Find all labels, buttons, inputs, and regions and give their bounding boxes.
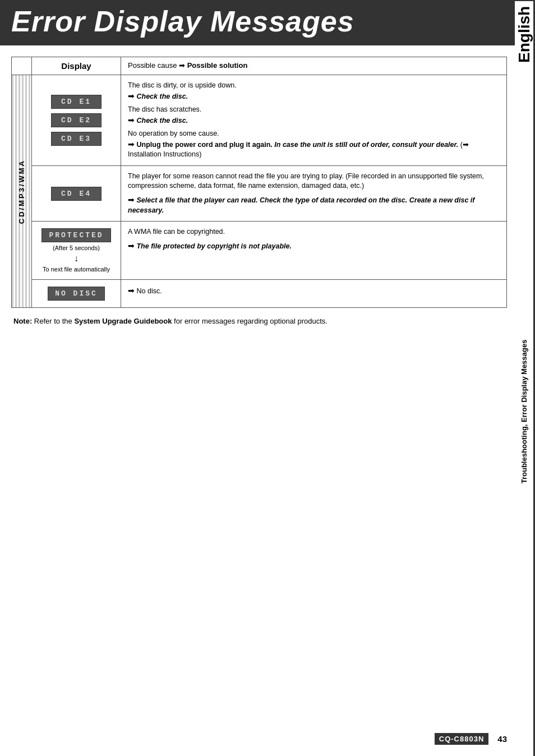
- cause-e3: No operation by some cause.: [128, 129, 500, 139]
- cause-protected: A WMA file can be copyrighted.: [128, 227, 500, 237]
- lcd-badge-cde2: CD E2: [51, 113, 102, 127]
- error-table: Display Possible cause ➡ Possible soluti…: [11, 57, 507, 308]
- note-prefix: Note:: [13, 317, 32, 325]
- arrow-protected: ➡: [128, 241, 135, 250]
- lcd-badge-protected: PROTECTED: [41, 228, 110, 242]
- header-display-col: Display: [32, 57, 121, 75]
- arrow-e3: ➡: [128, 140, 135, 149]
- lcd-badge-cde3: CD E3: [51, 132, 102, 146]
- right-sidebar: English Troubleshooting, Error Display M…: [515, 0, 535, 756]
- table-body: CD/MP3/WMA CD E1 CD E2 CD E3: [12, 75, 506, 307]
- solution-cell-cde4: The player for some reason cannot read t…: [121, 166, 506, 221]
- after-seconds-text: (After 5 seconds): [53, 245, 100, 251]
- category-column: CD/MP3/WMA: [12, 75, 32, 307]
- display-cell-protected: PROTECTED (After 5 seconds) ↓ To next fi…: [32, 222, 121, 279]
- lcd-badge-cde1: CD E1: [51, 95, 102, 109]
- english-label: English: [515, 0, 535, 67]
- header-spacer: [12, 57, 32, 75]
- main-content: Display Possible cause ➡ Possible soluti…: [11, 57, 507, 325]
- cause-nodisc: No disc.: [136, 287, 162, 295]
- arrow-e2: ➡: [128, 116, 135, 125]
- note-guidebook: System Upgrade Guidebook: [74, 317, 172, 325]
- error-row-cde4: CD E4 The player for some reason cannot …: [32, 166, 506, 222]
- solution-e2-text: ➡ Check the disc.: [128, 115, 500, 126]
- cause-cde4: The player for some reason cannot read t…: [128, 172, 500, 191]
- solution-e1: The disc is dirty, or is upside down. ➡ …: [128, 81, 500, 102]
- down-arrow-icon: ↓: [74, 253, 79, 264]
- rows-container: CD E1 CD E2 CD E3 The disc is dirty, or …: [32, 75, 506, 307]
- page-number: 43: [497, 734, 507, 744]
- lcd-badge-cde4: CD E4: [51, 187, 102, 201]
- page-footer: CQ-C8803N 43: [435, 733, 507, 745]
- solution-cell-group1: The disc is dirty, or is upside down. ➡ …: [121, 75, 506, 165]
- solution-cell-nodisc: ➡ No disc.: [121, 280, 506, 307]
- display-cell-group1: CD E1 CD E2 CD E3: [32, 75, 121, 165]
- protected-container: PROTECTED (After 5 seconds) ↓ To next fi…: [41, 228, 110, 273]
- next-file-text: To next file automatically: [43, 266, 110, 273]
- cause-e1: The disc is dirty, or is upside down.: [128, 81, 500, 91]
- category-label: CD/MP3/WMA: [17, 159, 26, 224]
- cause-label: Possible cause: [128, 61, 177, 70]
- solution-cde4-text: ➡ Select a file that the player can read…: [128, 195, 500, 215]
- solution-label: Possible solution: [187, 61, 248, 70]
- lcd-badge-nodisc: NO DISC: [48, 287, 105, 301]
- solution-e1-text: ➡ Check the disc.: [128, 91, 500, 102]
- header-solution-col: Possible cause ➡ Possible solution: [121, 57, 506, 75]
- error-row-protected: PROTECTED (After 5 seconds) ↓ To next fi…: [32, 222, 506, 280]
- solution-e3-text: ➡ Unplug the power cord and plug it agai…: [128, 139, 500, 160]
- error-row-group1: CD E1 CD E2 CD E3 The disc is dirty, or …: [32, 75, 506, 166]
- cause-e2: The disc has scratches.: [128, 105, 500, 115]
- solution-protected-text: ➡ The file protected by copyright is not…: [128, 241, 500, 252]
- arrow-cde4: ➡: [128, 195, 135, 204]
- note-intro: Refer to the: [34, 317, 75, 325]
- note-suffix-text: for error messages regarding optional pr…: [174, 317, 328, 325]
- page-title: Error Display Messages: [11, 6, 524, 38]
- display-cell-cde4: CD E4: [32, 166, 121, 221]
- solution-e2: The disc has scratches. ➡ Check the disc…: [128, 105, 500, 126]
- arrow-e1: ➡: [128, 91, 135, 100]
- solution-cell-protected: A WMA file can be copyrighted. ➡ The fil…: [121, 222, 506, 279]
- error-row-nodisc: NO DISC ➡ No disc.: [32, 280, 506, 307]
- troubleshooting-label: Troubleshooting, Error Display Messages: [515, 67, 535, 756]
- header-arrow: ➡: [179, 61, 187, 70]
- table-header: Display Possible cause ➡ Possible soluti…: [12, 57, 506, 75]
- note-section: Note: Refer to the System Upgrade Guideb…: [11, 317, 507, 325]
- solution-e3: No operation by some cause. ➡ Unplug the…: [128, 129, 500, 160]
- arrow-nodisc: ➡: [128, 286, 135, 295]
- model-badge: CQ-C8803N: [435, 733, 489, 745]
- page-header: Error Display Messages: [0, 0, 535, 45]
- display-cell-nodisc: NO DISC: [32, 280, 121, 307]
